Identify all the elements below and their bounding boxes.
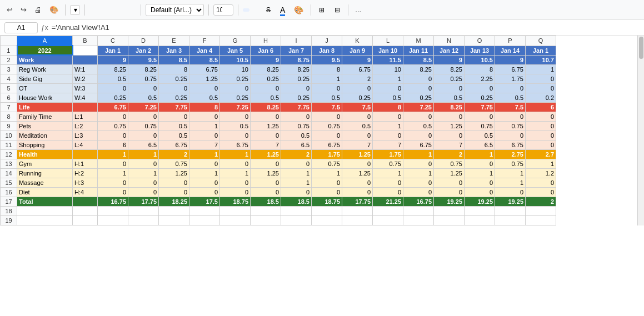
data-cell-16-7[interactable]: 0: [312, 187, 342, 197]
data-cell-6-6[interactable]: 0.25: [281, 93, 312, 102]
data-cell-7-7[interactable]: 7.5: [312, 102, 342, 112]
data-cell-15-0[interactable]: 0: [98, 178, 128, 187]
date-header-11[interactable]: Jan 12: [434, 46, 465, 55]
data-cell-6-10[interactable]: 0.25: [403, 93, 434, 102]
data-cell-16-4[interactable]: 0: [220, 187, 251, 197]
fill-color-button[interactable]: 🎨: [291, 4, 306, 16]
dollar-button[interactable]: [89, 8, 96, 12]
cell-a18[interactable]: [17, 206, 73, 215]
cell-data-19-10[interactable]: [403, 215, 434, 225]
data-cell-16-9[interactable]: 0: [373, 187, 403, 197]
data-cell-9-9[interactable]: 1: [373, 121, 403, 131]
data-cell-5-9[interactable]: 0: [373, 83, 403, 93]
data-cell-9-3[interactable]: 1: [189, 121, 220, 131]
data-cell-4-3[interactable]: 1.25: [189, 74, 220, 83]
data-cell-5-4[interactable]: 0: [220, 83, 251, 93]
cell-data-18-14[interactable]: [526, 206, 556, 215]
label-b12[interactable]: [73, 149, 98, 159]
data-cell-10-4[interactable]: 0: [220, 131, 251, 140]
data-cell-15-12[interactable]: 0: [465, 178, 495, 187]
data-cell-8-11[interactable]: 0: [434, 112, 465, 121]
data-cell-9-10[interactable]: 0.5: [403, 121, 434, 131]
data-cell-12-9[interactable]: 1.75: [373, 149, 403, 159]
data-cell-14-10[interactable]: 1: [403, 168, 434, 178]
data-cell-10-12[interactable]: 0.5: [465, 131, 495, 140]
data-cell-16-1[interactable]: 0: [128, 187, 159, 197]
data-cell-9-1[interactable]: 0.75: [128, 121, 159, 131]
data-cell-9-4[interactable]: 0.5: [220, 121, 251, 131]
data-cell-4-10[interactable]: 0: [403, 74, 434, 83]
data-cell-14-1[interactable]: 1: [128, 168, 159, 178]
label-b4[interactable]: W:2: [73, 74, 98, 83]
date-header-1[interactable]: Jan 2: [128, 46, 159, 55]
data-cell-13-2[interactable]: 0.75: [159, 159, 189, 168]
data-cell-2-4[interactable]: 10.5: [220, 55, 251, 64]
font-size-input[interactable]: [213, 4, 233, 16]
data-cell-10-7[interactable]: 0: [312, 131, 342, 140]
label-a11[interactable]: Shopping: [17, 140, 73, 149]
paint-format-button[interactable]: 🎨: [47, 4, 61, 15]
cell-data-18-3[interactable]: [189, 206, 220, 215]
data-cell-11-3[interactable]: 7: [189, 140, 220, 149]
data-cell-9-11[interactable]: 1.25: [434, 121, 465, 131]
data-cell-16-13[interactable]: 0: [495, 187, 526, 197]
data-cell-11-0[interactable]: 6: [98, 140, 128, 149]
decimal-less-button[interactable]: [109, 8, 116, 12]
data-cell-13-14[interactable]: 1: [526, 159, 556, 168]
data-cell-12-11[interactable]: 2: [434, 149, 465, 159]
cell-data-18-10[interactable]: [403, 206, 434, 215]
data-cell-5-11[interactable]: 0: [434, 83, 465, 93]
data-cell-14-13[interactable]: 1: [495, 168, 526, 178]
label-a8[interactable]: Family Time: [17, 112, 73, 121]
data-cell-6-0[interactable]: 0.25: [98, 93, 128, 102]
label-a9[interactable]: Pets: [17, 121, 73, 131]
cell-reference-input[interactable]: [4, 22, 38, 33]
data-cell-5-1[interactable]: 0: [128, 83, 159, 93]
data-cell-17-4[interactable]: 18.75: [220, 197, 251, 206]
data-cell-7-13[interactable]: 7.5: [495, 102, 526, 112]
label-b5[interactable]: W:3: [73, 83, 98, 93]
percent-button[interactable]: [99, 8, 106, 12]
data-cell-2-2[interactable]: 8.5: [159, 55, 189, 64]
data-cell-17-6[interactable]: 18.5: [281, 197, 312, 206]
data-cell-12-12[interactable]: 1: [465, 149, 495, 159]
data-cell-15-14[interactable]: 0: [526, 178, 556, 187]
data-cell-15-11[interactable]: 0: [434, 178, 465, 187]
data-cell-2-5[interactable]: 9: [251, 55, 281, 64]
label-a2[interactable]: Work: [17, 55, 73, 64]
label-b13[interactable]: H:1: [73, 159, 98, 168]
label-b11[interactable]: L:4: [73, 140, 98, 149]
data-cell-6-4[interactable]: 0.25: [220, 93, 251, 102]
date-header-13[interactable]: Jan 14: [495, 46, 526, 55]
cell-data-19-1[interactable]: [128, 215, 159, 225]
data-cell-7-5[interactable]: 8.25: [251, 102, 281, 112]
data-cell-3-8[interactable]: 6.75: [342, 64, 373, 74]
data-cell-8-6[interactable]: 0: [281, 112, 312, 121]
row-header-3[interactable]: 3: [1, 64, 17, 74]
label-b17[interactable]: [73, 197, 98, 206]
row-header-13[interactable]: 13: [1, 159, 17, 168]
data-cell-4-8[interactable]: 2: [342, 74, 373, 83]
data-cell-4-14[interactable]: 0: [526, 74, 556, 83]
data-cell-3-10[interactable]: 8.25: [403, 64, 434, 74]
label-a6[interactable]: House Work: [17, 93, 73, 102]
data-cell-7-12[interactable]: 7.75: [465, 102, 495, 112]
row-header-14[interactable]: 14: [1, 168, 17, 178]
data-cell-11-9[interactable]: 7: [373, 140, 403, 149]
data-cell-6-9[interactable]: 0.5: [373, 93, 403, 102]
data-cell-15-7[interactable]: 0: [312, 178, 342, 187]
row-header-11[interactable]: 11: [1, 140, 17, 149]
label-b16[interactable]: H:4: [73, 187, 98, 197]
cell-data-18-5[interactable]: [251, 206, 281, 215]
label-b7[interactable]: [73, 102, 98, 112]
print-button[interactable]: 🖨: [32, 4, 44, 15]
data-cell-11-12[interactable]: 6.5: [465, 140, 495, 149]
data-cell-5-13[interactable]: 0: [495, 83, 526, 93]
data-cell-2-11[interactable]: 9: [434, 55, 465, 64]
cell-data-19-7[interactable]: [312, 215, 342, 225]
data-cell-12-8[interactable]: 1.25: [342, 149, 373, 159]
data-cell-6-11[interactable]: 0.5: [434, 93, 465, 102]
data-cell-6-8[interactable]: 0.25: [342, 93, 373, 102]
data-cell-11-6[interactable]: 6.5: [281, 140, 312, 149]
label-a12[interactable]: Health: [17, 149, 73, 159]
